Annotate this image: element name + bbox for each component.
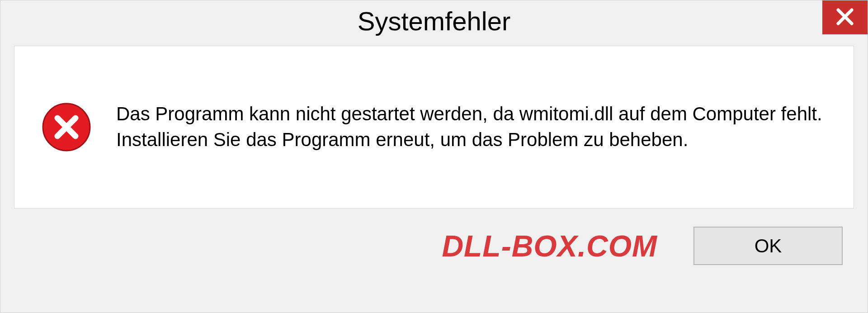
dialog-footer: DLL-BOX.COM OK <box>0 209 868 265</box>
ok-button[interactable]: OK <box>693 227 843 265</box>
close-button[interactable] <box>822 0 868 34</box>
error-message: Das Programm kann nicht gestartet werden… <box>116 101 826 152</box>
error-icon <box>42 102 91 152</box>
close-icon <box>834 5 856 30</box>
watermark-text: DLL-BOX.COM <box>442 229 657 263</box>
dialog-title: Systemfehler <box>358 6 510 36</box>
titlebar: Systemfehler <box>0 0 868 41</box>
error-dialog: Systemfehler Das Programm kann nicht ges… <box>0 0 868 313</box>
content-panel: Das Programm kann nicht gestartet werden… <box>14 46 854 209</box>
